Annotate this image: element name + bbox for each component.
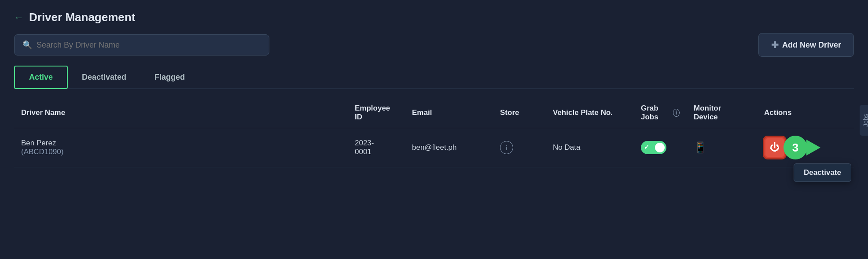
table-header-row: Driver Name EmployeeID Email Store Vehic… [14, 98, 854, 128]
actions-power-button[interactable]: ⏻ [764, 137, 785, 158]
page-header: ← Driver Management [14, 11, 854, 24]
cell-driver-name: Ben Perez(ABCD1090) [14, 128, 348, 167]
toggle-thumb [655, 143, 665, 152]
col-email: Email [405, 98, 493, 128]
table-container: Driver Name EmployeeID Email Store Vehic… [14, 98, 854, 167]
col-store: Store [493, 98, 546, 128]
tab-active[interactable]: Active [14, 66, 68, 89]
cell-email: ben@fleet.ph [405, 128, 493, 167]
add-new-driver-button[interactable]: ✚ Add New Driver [758, 33, 854, 57]
cell-vehicle-plate: No Data [546, 128, 634, 167]
col-employee-id: EmployeeID [348, 98, 405, 128]
cell-monitor-device: 📱 [687, 128, 757, 167]
add-driver-label: Add New Driver [782, 41, 841, 50]
col-vehicle-plate: Vehicle Plate No. [546, 98, 634, 128]
power-icon: ⏻ [770, 142, 780, 153]
plus-icon: ✚ [771, 40, 779, 50]
drivers-table: Driver Name EmployeeID Email Store Vehic… [14, 98, 854, 167]
tab-deactivated[interactable]: Deactivated [68, 66, 140, 89]
search-box[interactable]: 🔍 [14, 34, 269, 56]
grab-jobs-toggle-wrap: ✓ [641, 141, 680, 154]
tab-flagged[interactable]: Flagged [140, 66, 199, 89]
cell-actions: 3 ⏻ Deactivate [757, 128, 854, 167]
toggle-check-icon: ✓ [644, 144, 649, 151]
badge-arrow: 3 [783, 136, 820, 159]
grab-jobs-info-icon[interactable]: i [673, 109, 680, 117]
tabs-row: Active Deactivated Flagged [14, 66, 854, 89]
col-driver-name: Driver Name [14, 98, 348, 128]
jobs-sidebar-tab[interactable]: Jobs [860, 105, 868, 136]
badge-number: 3 [783, 136, 807, 159]
col-grab-jobs: Grab Jobs i [634, 98, 687, 128]
col-actions: Actions [757, 98, 854, 128]
search-input[interactable] [37, 41, 261, 50]
search-icon: 🔍 [22, 40, 32, 50]
cell-grab-jobs: ✓ [634, 128, 687, 167]
actions-cell: 3 ⏻ Deactivate [764, 137, 847, 158]
page-title: Driver Management [29, 11, 135, 24]
deactivate-dropdown[interactable]: Deactivate [794, 163, 851, 182]
cell-store: i [493, 128, 546, 167]
badge-tail [806, 140, 820, 155]
back-arrow-icon[interactable]: ← [14, 12, 24, 23]
toolbar-row: 🔍 ✚ Add New Driver [14, 33, 854, 57]
store-info-icon[interactable]: i [500, 141, 513, 154]
col-monitor-device: MonitorDevice [687, 98, 757, 128]
deactivate-label: Deactivate [804, 168, 841, 177]
monitor-device-icon[interactable]: 📱 [694, 141, 707, 153]
cell-employee-id: 2023-0001 [348, 128, 405, 167]
table-row: Ben Perez(ABCD1090) 2023-0001 ben@fleet.… [14, 128, 854, 167]
grab-jobs-toggle[interactable]: ✓ [641, 141, 666, 154]
